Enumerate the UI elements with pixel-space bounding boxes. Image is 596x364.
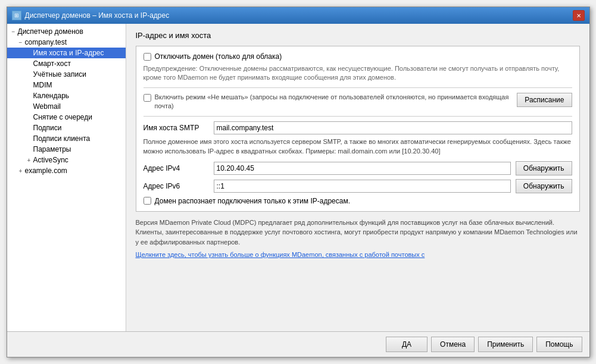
tree-item-smart-host[interactable]: Смарт-хост: [7, 58, 126, 69]
tree-label-client-signatures: Подписи клиента: [33, 134, 91, 143]
right-panel: IP-адрес и имя хоста Отключить домен (то…: [126, 24, 589, 331]
smtp-hostname-label: Имя хоста SMTP: [143, 124, 209, 132]
schedule-button[interactable]: Расписание: [517, 93, 572, 107]
apply-button[interactable]: Применить: [478, 337, 533, 352]
tree-item-calendar[interactable]: Календарь: [7, 90, 126, 101]
dnd-row: Включить режим «Не мешать» (запросы на п…: [143, 93, 572, 111]
tree-item-queue-remove[interactable]: Снятие с очереди: [7, 112, 126, 123]
mdpc-text: Версия MDaemon Private Cloud (MDPC) пред…: [136, 218, 580, 247]
ipv4-input[interactable]: [214, 162, 511, 175]
expand-icon-activesync: +: [25, 157, 33, 164]
tree-label-smart-host: Смарт-хост: [33, 59, 71, 68]
ipv4-row: Адрес IPv4 Обнаружить: [143, 161, 572, 175]
tree-label-company-test: company.test: [25, 38, 67, 46]
dnd-checkbox[interactable]: [143, 94, 151, 102]
disable-domain-label[interactable]: Отключить домен (только для облака): [155, 52, 282, 61]
domain-check-label[interactable]: Домен распознает подключения только к эт…: [155, 197, 351, 205]
tree-label-mdim: MDIM: [33, 81, 52, 89]
domain-check-row: Домен распознает подключения только к эт…: [143, 197, 572, 205]
window-controls: ✕: [573, 10, 585, 21]
tree-item-dispatcher[interactable]: − Диспетчер доменов: [7, 26, 126, 37]
tree-label-dispatcher: Диспетчер доменов: [18, 27, 83, 36]
ipv6-label: Адрес IPv6: [143, 182, 209, 190]
warning-text: Предупреждение: Отключенные домены рассм…: [143, 64, 572, 83]
window-icon: ⊞: [12, 11, 21, 20]
tree-label-queue-remove: Снятие с очереди: [33, 113, 92, 121]
divider-1: [143, 87, 572, 88]
tree-label-params: Параметры: [33, 145, 71, 153]
tree-item-params[interactable]: Параметры: [7, 144, 126, 155]
title-bar: ⊞ Диспетчер доменов – Имя хоста и IP-адр…: [7, 7, 589, 24]
help-button[interactable]: Помощь: [536, 337, 582, 352]
tree-item-company-test[interactable]: − company.test: [7, 37, 126, 48]
section-title: IP-адрес и имя хоста: [136, 31, 580, 40]
dnd-label[interactable]: Включить режим «Не мешать» (запросы на п…: [155, 93, 511, 111]
ipv4-label: Адрес IPv4: [143, 164, 209, 172]
tree-label-hostname-ip: Имя хоста и IP-адрес: [33, 49, 104, 57]
tree-label-signatures: Подписи: [33, 124, 62, 132]
tree-item-signatures[interactable]: Подписи: [7, 123, 126, 133]
main-group-box: Отключить домен (только для облака) Пред…: [136, 46, 580, 212]
disable-domain-checkbox[interactable]: [143, 53, 151, 61]
divider-2: [143, 116, 572, 117]
ipv6-row: Адрес IPv6 Обнаружить: [143, 179, 572, 193]
ok-button[interactable]: ДА: [386, 337, 428, 352]
tree-item-activesync[interactable]: + ActiveSync: [7, 155, 126, 165]
expand-icon-dispatcher: −: [10, 29, 18, 35]
tree-label-example-com: example.com: [25, 167, 67, 175]
main-window: ⊞ Диспетчер доменов – Имя хоста и IP-адр…: [7, 7, 590, 357]
detect-ipv6-button[interactable]: Обнаружить: [516, 179, 572, 193]
tree-item-accounts[interactable]: Учётные записи: [7, 69, 126, 80]
cancel-button[interactable]: Отмена: [431, 337, 475, 352]
smtp-hostname-input[interactable]: [214, 121, 572, 134]
mdpc-link[interactable]: Щелкните здесь, чтобы узнать больше о фу…: [136, 251, 425, 258]
window-title: Диспетчер доменов – Имя хоста и IP-адрес: [25, 11, 170, 20]
detect-ipv4-button[interactable]: Обнаружить: [516, 161, 572, 175]
expand-icon-company-test: −: [17, 39, 25, 46]
tree-panel: − Диспетчер доменов − company.test Имя х…: [7, 24, 126, 331]
content-area: − Диспетчер доменов − company.test Имя х…: [7, 24, 589, 331]
expand-icon-example-com: +: [17, 168, 25, 174]
domain-check-checkbox[interactable]: [143, 197, 151, 205]
tree-label-webmail: Webmail: [33, 102, 61, 111]
tree-label-activesync: ActiveSync: [33, 156, 68, 164]
tree-item-hostname-ip[interactable]: Имя хоста и IP-адрес: [7, 48, 126, 58]
dnd-row-left: Включить режим «Не мешать» (запросы на п…: [143, 93, 511, 111]
bottom-bar: ДА Отмена Применить Помощь: [7, 331, 589, 357]
disable-domain-row: Отключить домен (только для облака): [143, 52, 572, 61]
tree-item-client-signatures[interactable]: Подписи клиента: [7, 133, 126, 144]
tree-label-accounts: Учётные записи: [33, 70, 86, 79]
tree-item-mdim[interactable]: MDIM: [7, 80, 126, 90]
close-button[interactable]: ✕: [573, 10, 585, 21]
tree-item-webmail[interactable]: Webmail: [7, 101, 126, 112]
tree-item-example-com[interactable]: + example.com: [7, 165, 126, 176]
tree-label-calendar: Календарь: [33, 92, 70, 100]
smtp-hostname-row: Имя хоста SMTP: [143, 121, 572, 134]
smtp-desc-text: Полное доменное имя этого хоста использу…: [143, 137, 572, 156]
ipv6-input[interactable]: [214, 180, 511, 193]
